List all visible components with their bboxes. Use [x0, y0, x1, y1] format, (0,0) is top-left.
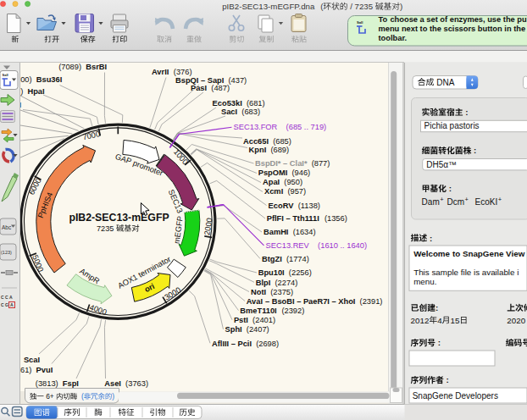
svg-text:/: / — [350, 2, 352, 11]
svg-text:): ) — [112, 392, 114, 401]
svg-text:(3813): (3813) — [36, 379, 58, 388]
svg-text:..: .. — [340, 241, 344, 250]
svg-text:Welcome: Welcome — [413, 249, 450, 258]
svg-text:(2392): (2392) — [281, 307, 304, 315]
svg-text:Developers: Developers — [455, 391, 498, 401]
svg-text:AvaI: AvaI — [247, 297, 263, 306]
svg-text:Bsu36I: Bsu36I — [36, 75, 62, 84]
svg-text:(1138): (1138) — [298, 202, 320, 210]
svg-text:XhoI: XhoI — [338, 297, 355, 306]
svg-text:C: C — [5, 295, 8, 300]
svg-text:Pichia: Pichia — [424, 121, 448, 130]
svg-text:2020: 2020 — [507, 316, 525, 325]
svg-text:–: – — [332, 297, 336, 306]
svg-text:(681): (681) — [247, 99, 265, 108]
svg-text:–: – — [297, 297, 301, 306]
svg-text::: : — [449, 184, 452, 193]
svg-text:the: the — [503, 15, 515, 24]
svg-text:BamHI: BamHI — [264, 228, 288, 236]
svg-text:PciI: PciI — [237, 340, 252, 348]
svg-text:SEC13.REV: SEC13.REV — [266, 241, 310, 250]
svg-text:the: the — [430, 25, 441, 33]
svg-text::: : — [435, 303, 438, 312]
svg-text:BsoBI: BsoBI — [272, 297, 295, 306]
svg-text::: : — [465, 108, 468, 117]
svg-text:to: to — [452, 249, 460, 258]
svg-text:AflIII: AflIII — [212, 340, 229, 348]
svg-text::: : — [438, 338, 441, 347]
svg-text:Dcm: Dcm — [447, 197, 465, 207]
svg-text:enzymes,: enzymes, — [450, 15, 485, 24]
svg-text:G: G — [5, 302, 8, 307]
svg-text:+: + — [498, 196, 502, 203]
svg-text:+: + — [465, 196, 469, 203]
svg-text:choose: choose — [390, 15, 418, 24]
svg-text:next: next — [402, 25, 418, 33]
svg-text:–: – — [283, 159, 287, 168]
svg-text:+: + — [440, 196, 444, 203]
svg-text:pIB2-SEC13-mEGFP.dna: pIB2-SEC13-mEGFP.dna — [222, 2, 315, 11]
svg-text:SalI: SalI — [3, 73, 8, 77]
svg-text:scissors: scissors — [443, 25, 475, 33]
svg-text:C: C — [1, 302, 4, 307]
svg-text:(2274): (2274) — [275, 279, 298, 287]
svg-text:ApaI: ApaI — [263, 178, 280, 186]
svg-text:KpnI: KpnI — [249, 146, 267, 154]
svg-text:(1356): (1356) — [325, 214, 347, 223]
svg-text:–: – — [286, 214, 290, 223]
svg-text:DH5α™: DH5α™ — [426, 160, 457, 169]
svg-text:toolbar.: toolbar. — [379, 34, 408, 42]
svg-text:(487): (487) — [211, 84, 230, 92]
svg-text:SphI: SphI — [225, 325, 242, 334]
svg-text:): ) — [400, 2, 402, 11]
svg-text:PvuI: PvuI — [36, 366, 53, 374]
svg-text:00): 00) — [20, 75, 31, 84]
svg-text:(683): (683) — [241, 108, 260, 116]
svg-text:(7089): (7089) — [58, 63, 81, 71]
svg-text:(2407): (2407) — [247, 325, 269, 334]
svg-text:set: set — [426, 15, 437, 24]
svg-text:(: ( — [81, 392, 84, 401]
svg-text:C: C — [1, 295, 4, 300]
svg-text:BlpI: BlpI — [256, 279, 271, 287]
svg-text:PspOMI: PspOMI — [258, 169, 288, 177]
svg-text:This: This — [413, 268, 430, 277]
svg-text:(2375): (2375) — [270, 288, 293, 296]
svg-text:A: A — [9, 295, 13, 300]
svg-text:file: file — [461, 268, 472, 277]
svg-text:(685: (685 — [286, 123, 302, 131]
svg-text:–: – — [265, 297, 269, 306]
svg-text:SEC13.FOR: SEC13.FOR — [234, 123, 278, 131]
svg-text:–: – — [231, 340, 236, 348]
svg-text:15: 15 — [450, 316, 459, 325]
svg-text:use: use — [487, 15, 501, 24]
svg-text:PasI: PasI — [191, 84, 207, 92]
svg-text:(946): (946) — [291, 169, 310, 177]
svg-text:PaeR7I: PaeR7I — [303, 297, 330, 306]
svg-text:(2698): (2698) — [256, 340, 279, 348]
svg-text:is: is — [474, 268, 480, 277]
svg-text:SacI: SacI — [221, 108, 237, 116]
svg-text:PflFI: PflFI — [267, 214, 284, 223]
svg-text::: : — [474, 146, 476, 155]
svg-text:PstI: PstI — [234, 316, 248, 324]
svg-text:i: i — [517, 268, 519, 277]
svg-text:(877): (877) — [312, 159, 330, 168]
svg-text:SnapGene: SnapGene — [463, 249, 504, 258]
svg-text:to: to — [420, 25, 428, 33]
svg-text:pIB2-SEC13-mEGFP: pIB2-SEC13-mEGFP — [69, 212, 169, 224]
svg-text:7235: 7235 — [355, 2, 374, 11]
svg-text:(2256): (2256) — [289, 268, 312, 277]
svg-text:Acc65I: Acc65I — [243, 137, 269, 146]
svg-text:BmeT110I: BmeT110I — [240, 307, 276, 315]
svg-text:(950): (950) — [284, 178, 302, 186]
svg-text:(689): (689) — [270, 146, 289, 154]
svg-text:EcoRV: EcoRV — [269, 202, 295, 210]
svg-text:Eco53kI: Eco53kI — [213, 99, 242, 108]
svg-text:7235: 7235 — [97, 224, 114, 233]
svg-text:): ) — [20, 87, 23, 96]
svg-text:BtgZI: BtgZI — [262, 255, 282, 263]
svg-text:(3763): (3763) — [125, 379, 148, 388]
svg-text:719): 719) — [311, 123, 327, 131]
svg-text:button: button — [478, 25, 502, 33]
